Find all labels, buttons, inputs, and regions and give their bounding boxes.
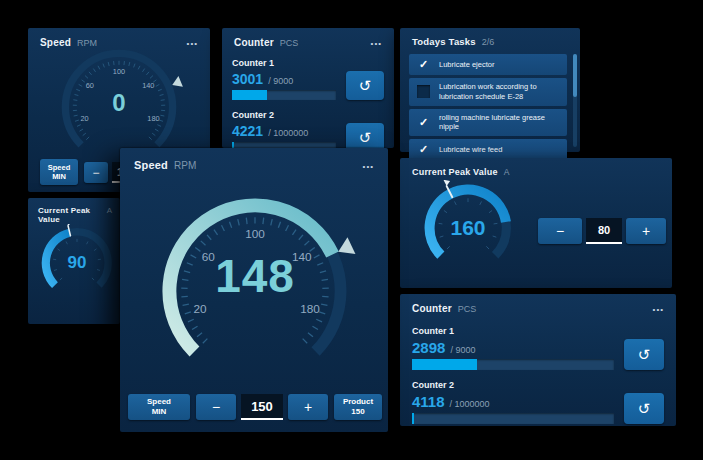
- card-header: Todays Tasks 2/6: [400, 28, 580, 47]
- tasks-count: 2/6: [482, 37, 495, 47]
- svg-text:20: 20: [80, 114, 88, 123]
- peak-value-card-right: Current Peak Value A 160 − 80 +: [400, 158, 672, 288]
- counter-total: / 1000000: [450, 399, 490, 409]
- peak-gauge: [38, 224, 116, 302]
- counter-label: Counter 2: [232, 110, 384, 120]
- menu-dots-icon[interactable]: •••: [363, 164, 374, 170]
- counter-card-top: Counter PCS ••• Counter 1 3001 / 9000 ↺: [222, 28, 394, 148]
- speed-gauge-card-large: Speed RPM ••• 2060100140180 148 Speed MI…: [120, 148, 388, 432]
- counter-label: Counter 1: [412, 326, 664, 336]
- speed-min-label-line2: MIN: [152, 407, 167, 417]
- decrement-button[interactable]: −: [538, 218, 582, 244]
- card-header: Speed RPM •••: [120, 148, 388, 171]
- scrollbar-thumb[interactable]: [573, 54, 577, 97]
- task-label: rolling machine lubricate grease nipple: [439, 113, 559, 133]
- counter-total: / 9000: [450, 345, 475, 355]
- card-unit: RPM: [174, 160, 196, 171]
- svg-text:180: 180: [147, 114, 159, 123]
- card-title: Counter: [234, 37, 274, 48]
- progress-bar: [412, 413, 614, 424]
- card-title: Speed: [134, 159, 168, 171]
- card-header: Counter PCS •••: [400, 294, 676, 314]
- counter-1-block: Counter 1 3001 / 9000 ↺: [232, 58, 384, 100]
- task-checkbox[interactable]: ✓: [417, 143, 430, 156]
- reset-counter-button[interactable]: ↺: [624, 339, 664, 370]
- product-label-line2: 150: [351, 407, 364, 417]
- reset-counter-button[interactable]: ↺: [346, 71, 384, 100]
- speed-min-button[interactable]: Speed MIN: [40, 159, 78, 185]
- speed-gauge: 2060100140180: [148, 184, 362, 398]
- card-unit: A: [504, 167, 510, 177]
- svg-text:100: 100: [113, 67, 125, 76]
- card-title: Current Peak Value: [38, 206, 103, 224]
- decrement-button[interactable]: −: [84, 162, 108, 183]
- reset-counter-button[interactable]: ↺: [624, 393, 664, 424]
- speed-min-button[interactable]: Speed MIN: [128, 394, 190, 420]
- speed-min-label-line1: Speed: [48, 163, 71, 172]
- progress-bar: [412, 359, 614, 370]
- task-label: Lubrication work according to lubricatio…: [439, 82, 559, 102]
- product-button[interactable]: Product 150: [334, 394, 382, 420]
- svg-text:140: 140: [292, 250, 312, 263]
- setpoint-field[interactable]: 150: [241, 394, 283, 420]
- progress-fill: [412, 413, 414, 424]
- progress-fill: [412, 359, 477, 370]
- counter-label: Counter 1: [232, 58, 384, 68]
- menu-dots-icon[interactable]: •••: [653, 307, 664, 313]
- counter-value: 3001: [232, 71, 263, 87]
- task-row[interactable]: ✓ rolling machine lubricate grease nippl…: [409, 109, 567, 137]
- increment-button[interactable]: +: [288, 394, 328, 420]
- peak-gauge: [420, 180, 516, 276]
- tasks-scrollbar[interactable]: [573, 54, 577, 147]
- counter-label: Counter 2: [412, 380, 664, 390]
- task-checkbox[interactable]: [417, 85, 430, 98]
- task-row[interactable]: Lubrication work according to lubricatio…: [409, 78, 567, 106]
- counter-card-bottom: Counter PCS ••• Counter 1 2898 / 9000 ↺: [400, 294, 676, 426]
- card-unit: A: [107, 206, 112, 215]
- card-header: Counter PCS •••: [222, 28, 394, 48]
- svg-text:100: 100: [245, 227, 265, 240]
- counter-total: / 9000: [268, 76, 293, 86]
- card-unit: PCS: [458, 304, 477, 314]
- progress-fill: [232, 90, 267, 100]
- speed-min-label-line1: Speed: [147, 397, 171, 407]
- card-header: Current Peak Value A: [400, 158, 672, 177]
- card-unit: PCS: [280, 38, 299, 48]
- tasks-card: Todays Tasks 2/6 ✓ Lubricate ejector Lub…: [400, 28, 580, 152]
- task-row[interactable]: ✓ Lubricate wire feed: [409, 139, 567, 160]
- task-row[interactable]: ✓ Lubricate ejector: [409, 54, 567, 75]
- counter-value: 4118: [412, 393, 445, 410]
- task-label: Lubricate wire feed: [439, 145, 502, 155]
- threshold-field[interactable]: 80: [586, 218, 622, 244]
- peak-value-card-left: Current Peak Value A 90: [28, 198, 120, 324]
- svg-text:60: 60: [202, 250, 216, 263]
- counter-total: / 1000000: [268, 128, 308, 138]
- svg-text:140: 140: [142, 81, 154, 90]
- counter-value: 2898: [412, 339, 445, 356]
- counter-2-block: Counter 2 4118 / 1000000 ↺: [412, 380, 664, 424]
- counter-value: 4221: [232, 123, 263, 139]
- card-header: Current Peak Value A: [28, 198, 120, 224]
- menu-dots-icon[interactable]: •••: [371, 41, 382, 47]
- task-checkbox[interactable]: ✓: [417, 116, 430, 129]
- svg-text:180: 180: [300, 302, 320, 315]
- task-label: Lubricate ejector: [439, 60, 494, 70]
- counter-1-block: Counter 1 2898 / 9000 ↺: [412, 326, 664, 370]
- card-title: Counter: [412, 303, 452, 314]
- menu-dots-icon[interactable]: •••: [187, 41, 198, 47]
- decrement-button[interactable]: −: [196, 394, 236, 420]
- svg-text:60: 60: [86, 81, 94, 90]
- product-label-line1: Product: [343, 397, 373, 407]
- speed-min-label-line2: MIN: [52, 172, 66, 181]
- card-title: Current Peak Value: [412, 167, 498, 177]
- counter-2-block: Counter 2 4221 / 1000000 ↺: [232, 110, 384, 152]
- svg-text:20: 20: [193, 302, 207, 315]
- increment-button[interactable]: +: [626, 218, 666, 244]
- card-title: Todays Tasks: [412, 36, 476, 47]
- progress-bar: [232, 90, 336, 100]
- task-checkbox[interactable]: ✓: [417, 58, 430, 71]
